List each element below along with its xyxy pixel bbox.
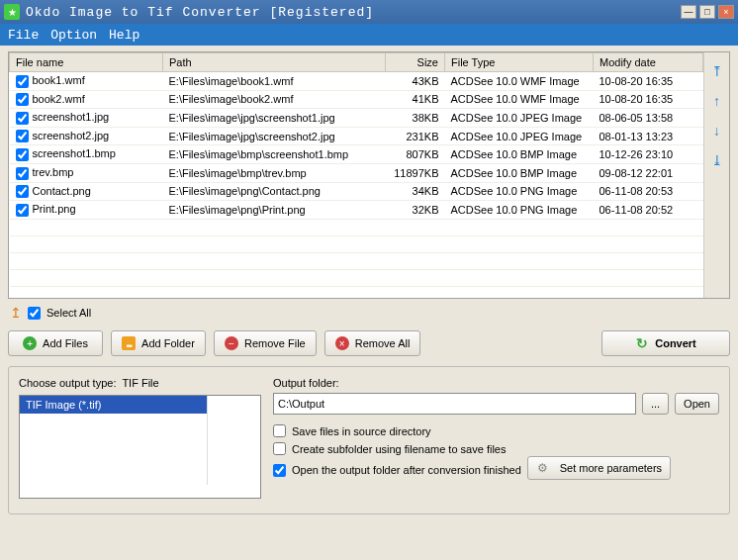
table-row[interactable]: screenshot2.jpgE:\Files\image\jpg\screen…: [10, 127, 703, 145]
folder-icon: [122, 336, 136, 350]
reorder-toolbar: ⤒ ↑ ↓ ⤓: [703, 52, 729, 298]
remove-all-button[interactable]: Remove All: [324, 330, 421, 356]
close-button[interactable]: ×: [718, 5, 734, 19]
remove-file-button[interactable]: Remove File: [214, 330, 317, 356]
select-all-checkbox[interactable]: [28, 307, 41, 320]
table-row[interactable]: screenshot1.bmpE:\Files\image\bmp\screen…: [10, 145, 703, 164]
menu-option[interactable]: Option: [50, 28, 97, 43]
move-up-icon[interactable]: ↑: [708, 92, 726, 110]
app-icon: [4, 4, 20, 20]
open-after-checkbox[interactable]: [273, 464, 286, 477]
select-all-label: Select All: [46, 307, 91, 319]
window-title: Okdo Image to Tif Converter [Registered]: [26, 5, 374, 20]
col-header-name[interactable]: File name: [10, 53, 163, 72]
move-bottom-icon[interactable]: ⤓: [708, 151, 726, 169]
move-down-icon[interactable]: ↓: [708, 122, 726, 140]
table-row[interactable]: Print.pngE:\Files\image\png\Print.png32K…: [10, 201, 703, 220]
set-more-parameters-button[interactable]: Set more parameters: [527, 456, 671, 480]
gear-icon: [536, 461, 550, 475]
table-row[interactable]: screenshot1.jpgE:\Files\image\jpg\screen…: [10, 109, 703, 128]
create-subfolder-checkbox[interactable]: [273, 442, 286, 455]
add-folder-button[interactable]: Add Folder: [111, 330, 206, 356]
output-folder-label: Output folder:: [273, 377, 719, 389]
col-header-path[interactable]: Path: [163, 53, 386, 72]
table-row[interactable]: Contact.pngE:\Files\image\png\Contact.pn…: [10, 182, 703, 201]
remove-all-icon: [335, 336, 349, 350]
save-source-label: Save files in source directory: [292, 425, 431, 437]
table-row[interactable]: trev.bmpE:\Files\image\bmp\trev.bmp11897…: [10, 163, 703, 182]
plus-icon: [23, 336, 37, 350]
row-checkbox[interactable]: [16, 148, 29, 161]
row-checkbox[interactable]: [16, 204, 29, 217]
col-header-size[interactable]: Size: [386, 53, 445, 72]
open-after-label: Open the output folder after conversion …: [292, 464, 521, 476]
table-row[interactable]: book1.wmfE:\Files\image\book1.wmf43KBACD…: [10, 72, 703, 91]
col-header-type[interactable]: File Type: [445, 53, 594, 72]
file-table[interactable]: File name Path Size File Type Modify dat…: [9, 52, 703, 298]
file-list-panel: File name Path Size File Type Modify dat…: [8, 51, 730, 299]
menu-bar: File Option Help: [0, 24, 738, 46]
row-checkbox[interactable]: [16, 130, 29, 142]
row-checkbox[interactable]: [16, 112, 29, 125]
current-output-type: TIF File: [122, 377, 158, 389]
output-type-option[interactable]: TIF Image (*.tif): [26, 399, 101, 411]
create-subfolder-label: Create subfolder using filename to save …: [292, 443, 506, 455]
row-checkbox[interactable]: [16, 75, 29, 88]
convert-button[interactable]: Convert: [601, 330, 730, 356]
up-folder-icon[interactable]: ↥: [10, 305, 22, 321]
row-checkbox[interactable]: [16, 167, 29, 180]
minus-icon: [225, 336, 238, 350]
table-row[interactable]: book2.wmfE:\Files\image\book2.wmf41KBACD…: [10, 90, 703, 109]
open-folder-button[interactable]: Open: [675, 393, 719, 415]
output-folder-input[interactable]: [273, 393, 636, 415]
title-bar: Okdo Image to Tif Converter [Registered]…: [0, 0, 738, 24]
row-checkbox[interactable]: [16, 93, 29, 106]
output-type-list[interactable]: TIF Image (*.tif): [19, 395, 261, 499]
add-files-button[interactable]: Add Files: [8, 330, 103, 356]
minimize-button[interactable]: —: [681, 5, 696, 19]
menu-help[interactable]: Help: [109, 28, 139, 43]
maximize-button[interactable]: □: [699, 5, 715, 19]
convert-icon: [635, 336, 649, 350]
move-top-icon[interactable]: ⤒: [708, 62, 726, 80]
col-header-date[interactable]: Modify date: [594, 53, 703, 72]
row-checkbox[interactable]: [16, 185, 29, 198]
save-source-checkbox[interactable]: [273, 424, 286, 437]
choose-output-type-label: Choose output type:: [19, 377, 116, 389]
menu-file[interactable]: File: [8, 28, 39, 43]
browse-folder-button[interactable]: ...: [642, 393, 669, 415]
